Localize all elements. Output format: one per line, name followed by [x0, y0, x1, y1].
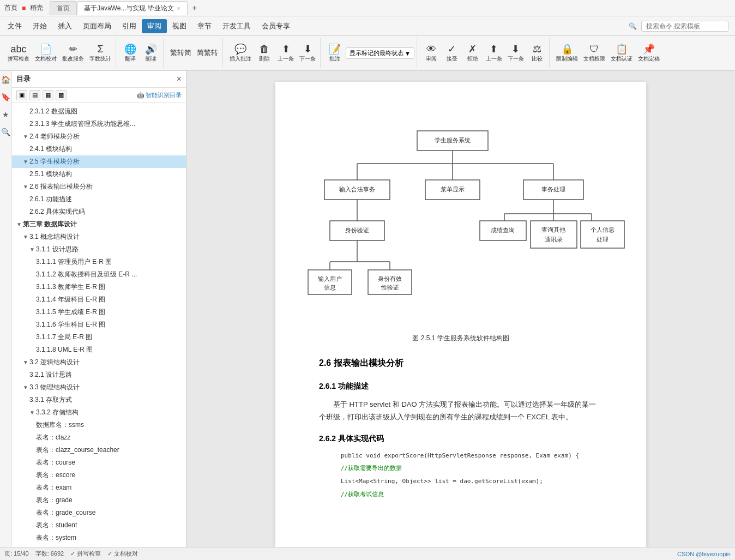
toc-smart-icon: 🤖 [137, 92, 144, 99]
spell-check-button[interactable]: abc 拼写检查 [5, 43, 32, 64]
toc-arrow-icon[interactable]: ▼ [23, 234, 28, 240]
toc-item[interactable]: 3.2.1 设计思路 [12, 369, 186, 381]
toc-view-btn-3[interactable]: ▦ [43, 90, 53, 100]
nav-home-icon[interactable]: 🏠 [0, 73, 13, 86]
toc-item[interactable]: 3.1.1.5 学生成绩 E-R 图 [12, 306, 186, 318]
toc-item[interactable]: ▼ 3.1.1 设计思路 [12, 243, 186, 256]
menu-vip[interactable]: 会员专享 [256, 19, 296, 33]
toc-item[interactable]: 2.5.1 模块结构 [12, 168, 186, 180]
home-link[interactable]: 首页 [4, 3, 17, 13]
toc-item[interactable]: ▼ 2.6 报表输出模块分析 [12, 180, 186, 193]
node-contact [531, 221, 577, 248]
toc-item[interactable]: ▼ 3.1 概念结构设计 [12, 231, 186, 243]
trad-to-simp-button[interactable]: 繁转简 [168, 48, 194, 58]
toc-item[interactable]: 表名：clazz [12, 431, 186, 444]
menu-page-layout[interactable]: 页面布局 [77, 19, 117, 33]
menu-view[interactable]: 视图 [167, 19, 192, 33]
toc-item[interactable]: 3.1.1.3 教师学生 E-R 图 [12, 281, 186, 293]
toc-item[interactable]: 2.6.2 具体实现代码 [12, 206, 186, 218]
toc-item[interactable]: 3.1.1.2 教师教授科目及班级 E-R ... [12, 268, 186, 281]
menu-reference[interactable]: 引用 [117, 19, 142, 33]
reject-button[interactable]: ✗ 拒绝 [463, 43, 483, 64]
track-changes-button[interactable]: 📝 批注 [325, 43, 345, 64]
compare-button[interactable]: ⚖ 比较 [527, 43, 547, 64]
toc-item[interactable]: 2.3.1.3 学生成绩管理系统功能思维... [12, 118, 186, 130]
simp-to-trad-button[interactable]: 简繁转 [195, 48, 220, 58]
nav-search-icon[interactable]: 🔍 [0, 125, 13, 139]
toc-item[interactable]: 2.4.1 模块结构 [12, 143, 186, 155]
toc-view-btn-4[interactable]: ▩ [56, 90, 67, 100]
toc-arrow-icon[interactable]: ▼ [23, 184, 28, 190]
insert-comment-button[interactable]: 💬 插入批注 [227, 43, 254, 64]
next-change-button[interactable]: ⬇ 下一条 [505, 43, 526, 64]
toc-item[interactable]: 数据库名：ssms [12, 419, 186, 431]
toc-item[interactable]: ▼ 3.3 物理结构设计 [12, 381, 186, 394]
toc-item[interactable]: 3.1.1.7 全局 E-R 图 [12, 331, 186, 344]
toc-item[interactable]: 表名：escore [12, 469, 186, 481]
nav-bookmark-icon[interactable]: 🔖 [0, 91, 13, 104]
doc-auth-button[interactable]: 📋 文档认证 [609, 43, 635, 64]
tab-home[interactable]: 首页 [50, 1, 77, 15]
toc-item[interactable]: 3.1.1.6 学生科目 E-R 图 [12, 318, 186, 331]
review-button[interactable]: 👁 审阅 [421, 43, 441, 64]
toc-arrow-icon[interactable]: ▼ [16, 221, 22, 227]
toc-view-btn-1[interactable]: ▣ [16, 90, 27, 100]
toc-item[interactable]: 3.3.1 存取方式 [12, 394, 186, 406]
menu-insert[interactable]: 插入 [52, 19, 77, 33]
toc-item[interactable]: 表名：clazz_course_teacher [12, 444, 186, 456]
tab-document-label: 基于JavaWe...与实现 毕业论文 [84, 4, 173, 13]
toc-item[interactable]: 3.1.1.1 管理员用户 E-R 图 [12, 256, 186, 268]
toc-item[interactable]: 3.1.1.4 年级科目 E-R 图 [12, 293, 186, 306]
toc-item[interactable]: 2.6.1 功能描述 [12, 193, 186, 206]
doc-finalize-button[interactable]: 📌 文档定稿 [636, 43, 662, 64]
toc-smart-recognize[interactable]: 🤖 智能识别目录 [137, 91, 182, 99]
search-input[interactable] [641, 21, 728, 32]
toc-arrow-icon[interactable]: ▼ [23, 359, 28, 365]
restrict-edit-button[interactable]: 🔒 限制编辑 [554, 43, 580, 64]
next-comment-button[interactable]: ⬇ 下一条 [297, 43, 318, 64]
tab-document[interactable]: 基于JavaWe...与实现 毕业论文 × [77, 1, 187, 15]
word-count-button[interactable]: Σ 字数统计 [87, 43, 113, 64]
toc-arrow-icon[interactable]: ▼ [23, 159, 28, 165]
toc-item-label: 表名：student [36, 521, 77, 529]
read-aloud-button[interactable]: 🔊 朗读 [141, 43, 161, 64]
doc-area[interactable]: 学生服务系统 输入合法事务 菜单显示 事务处理 [186, 71, 735, 547]
tab-close-icon[interactable]: × [177, 5, 180, 11]
doc-proofread-button[interactable]: 📄 文档校对 [33, 43, 59, 64]
menu-start[interactable]: 开始 [27, 19, 52, 33]
toc-item[interactable]: ▼ 3.3.2 存储结构 [12, 406, 186, 419]
translate-button[interactable]: 🌐 翻译 [121, 43, 140, 64]
toc-item[interactable]: 3.1.1.8 UML E-R 图 [12, 344, 186, 356]
toc-item[interactable]: ▼ 第三章 数据库设计 [12, 218, 186, 231]
prev-change-button[interactable]: ⬆ 上一条 [484, 43, 504, 64]
menu-review[interactable]: 审阅 [142, 19, 167, 33]
toc-item[interactable]: ▼ 3.2 逻辑结构设计 [12, 356, 186, 369]
menu-devtools[interactable]: 开发工具 [217, 19, 256, 33]
correction-service-button[interactable]: ✏ 批改服务 [60, 43, 86, 64]
toc-view-btn-2[interactable]: ▤ [29, 90, 40, 100]
menu-file[interactable]: 文件 [2, 19, 27, 33]
toc-item[interactable]: 表名：grade_course [12, 507, 186, 519]
tab-add-button[interactable]: + [188, 1, 202, 15]
toc-item[interactable]: 表名：grade [12, 494, 186, 507]
nav-star-icon[interactable]: ★ [0, 108, 11, 121]
toc-item[interactable]: 表名：system [12, 532, 186, 544]
toc-item[interactable]: 2.3.1.2 数据流图 [12, 105, 186, 118]
menu-chapter[interactable]: 章节 [192, 19, 217, 33]
toc-arrow-icon[interactable]: ▼ [23, 134, 28, 140]
prev-comment-button[interactable]: ⬆ 上一条 [275, 43, 296, 64]
toc-item[interactable]: ▼ 2.4 老师模块分析 [12, 130, 186, 143]
toc-arrow-icon[interactable]: ▼ [29, 410, 35, 416]
toc-item[interactable]: 表名：student [12, 519, 186, 532]
toc-item[interactable]: ▼ 2.5 学生模块分析 [12, 155, 186, 168]
toc-arrow-icon[interactable]: ▼ [29, 246, 35, 252]
toc-item[interactable]: 表名：exam [12, 481, 186, 494]
toc-close-button[interactable]: × [177, 74, 182, 84]
doc-permission-button[interactable]: 🛡 文档权限 [581, 43, 607, 64]
toc-arrow-icon[interactable]: ▼ [23, 384, 28, 390]
delete-comment-button[interactable]: 🗑 删除 [255, 43, 274, 64]
toc-item[interactable]: 表名：course [12, 456, 186, 469]
accept-button[interactable]: ✓ 接受 [442, 43, 462, 64]
track-status-select[interactable]: 显示标记的最终状态 ▼ [346, 47, 414, 59]
node-validate-label1: 身份有效 [378, 275, 402, 282]
